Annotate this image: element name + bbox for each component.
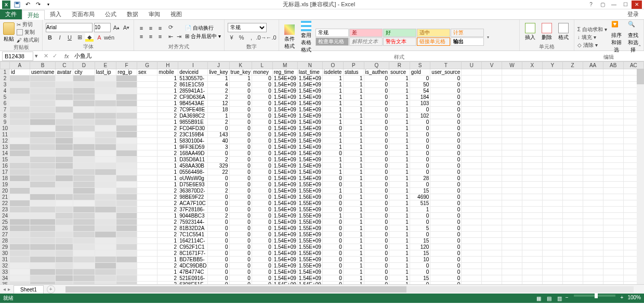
cell-L18[interactable]: 0 (252, 175, 272, 182)
cell-AB13[interactable] (603, 144, 623, 150)
cell-Q5[interactable]: 0 (364, 94, 389, 100)
cell-M20[interactable]: 1.54E+09 (272, 188, 297, 194)
cell-J12[interactable]: 40 (208, 138, 229, 144)
cell-P12[interactable]: 1 (343, 138, 364, 144)
cell-T19[interactable]: 0 (430, 182, 462, 188)
cell-AA7[interactable] (583, 107, 603, 113)
cell-E14[interactable] (95, 150, 116, 157)
cell-AB20[interactable] (603, 188, 623, 194)
cell-V19[interactable] (482, 182, 502, 188)
cell-V1[interactable] (482, 69, 502, 75)
tab-file[interactable]: 文件 (0, 9, 22, 19)
cell-P31[interactable]: 1 (343, 257, 364, 263)
cell-Z9[interactable] (562, 119, 583, 125)
cell-E22[interactable] (95, 200, 116, 207)
row-header-15[interactable]: 15 (1, 157, 10, 163)
cell-W21[interactable] (502, 194, 522, 200)
cell-D29[interactable] (73, 244, 95, 250)
cell-U10[interactable] (462, 125, 482, 132)
add-sheet-button[interactable]: + (47, 285, 55, 294)
cell-E11[interactable] (95, 132, 116, 138)
cell-V8[interactable] (482, 113, 502, 119)
cell-M6[interactable]: 1.54E+09 (272, 100, 297, 107)
cell-AB17[interactable] (603, 169, 623, 175)
cell-U8[interactable] (462, 113, 482, 119)
cell-O26[interactable]: 0 (322, 225, 343, 232)
cell-AB35[interactable] (603, 282, 623, 285)
cell-K11[interactable]: 0 (229, 132, 252, 138)
cell-P32[interactable]: 1 (343, 263, 364, 269)
cell-M2[interactable]: 1.54E+09 (272, 75, 297, 82)
cell-Z13[interactable] (562, 144, 583, 150)
insert-cells-button[interactable]: 插入 (523, 23, 537, 41)
cell-C11[interactable] (56, 132, 73, 138)
cell-A28[interactable] (9, 238, 30, 244)
cell-J19[interactable]: 0 (208, 182, 229, 188)
cell-H5[interactable]: 2 (157, 94, 178, 100)
cell-O15[interactable]: 1 (322, 157, 343, 163)
cell-O33[interactable]: 0 (322, 269, 343, 275)
cell-M12[interactable]: 1.54E+09 (272, 138, 297, 144)
cell-Q7[interactable]: 0 (364, 107, 389, 113)
cell-AB26[interactable] (603, 225, 623, 232)
cell-G13[interactable] (137, 144, 157, 150)
cell-C31[interactable] (56, 257, 73, 263)
cell-M34[interactable]: 1.54E+09 (272, 275, 297, 282)
cell-J16[interactable]: 329 (208, 163, 229, 169)
cell-M7[interactable]: 1.54E+09 (272, 107, 297, 113)
cell-O20[interactable]: 1 (322, 188, 343, 194)
cell-C33[interactable] (56, 269, 73, 275)
align-top-icon[interactable]: ≡ (137, 24, 146, 32)
cell-D34[interactable] (73, 275, 95, 282)
cell-W30[interactable] (502, 250, 522, 257)
cell-B25[interactable] (30, 219, 55, 225)
comma-icon[interactable]: , (247, 33, 256, 42)
cell-P20[interactable]: 1 (343, 188, 364, 194)
increase-decimal-icon[interactable]: .0→ (257, 33, 266, 42)
cell-H14[interactable]: 2 (157, 150, 178, 157)
cell-X23[interactable] (522, 207, 543, 213)
cell-S16[interactable]: 0 (410, 163, 430, 169)
cell-T20[interactable]: 0 (430, 188, 462, 194)
cell-F14[interactable] (116, 150, 137, 157)
cell-Z15[interactable] (562, 157, 583, 163)
cell-V5[interactable] (482, 94, 502, 100)
cell-Q12[interactable]: 0 (364, 138, 389, 144)
align-middle-icon[interactable]: ≡ (147, 24, 155, 32)
cell-L27[interactable]: 0 (252, 232, 272, 238)
cell-S13[interactable]: 0 (410, 144, 430, 150)
cell-C24[interactable] (56, 213, 73, 219)
cell-G15[interactable] (137, 157, 157, 163)
maximize-icon[interactable]: ☐ (620, 1, 630, 9)
cell-S27[interactable]: 0 (410, 232, 430, 238)
cell-G2[interactable] (137, 75, 157, 82)
cell-G27[interactable] (137, 232, 157, 238)
row-header-22[interactable]: 22 (1, 200, 10, 207)
cell-M9[interactable]: 1.54E+09 (272, 119, 297, 125)
cell-E24[interactable] (95, 213, 116, 219)
increase-font-icon[interactable]: A▴ (112, 23, 121, 32)
cell-S22[interactable]: 515 (410, 200, 430, 207)
cell-C30[interactable] (56, 250, 73, 257)
cell-B23[interactable] (30, 207, 55, 213)
delete-cells-button[interactable]: 删除 (540, 23, 554, 41)
cell-K27[interactable]: 0 (229, 232, 252, 238)
cell-D24[interactable] (73, 213, 95, 219)
cell-F9[interactable] (116, 119, 137, 125)
cell-J27[interactable]: 0 (208, 232, 229, 238)
cell-H3[interactable]: 2 (157, 82, 178, 88)
cell-Z10[interactable] (562, 125, 583, 132)
cell-L17[interactable]: 0 (252, 169, 272, 175)
cell-B9[interactable] (30, 119, 55, 125)
cell-B4[interactable] (30, 88, 55, 94)
cell-R8[interactable]: 1 (389, 113, 410, 119)
cell-O10[interactable]: 0 (322, 125, 343, 132)
cell-V29[interactable] (482, 244, 502, 250)
cell-M25[interactable]: 1.54E+09 (272, 219, 297, 225)
cell-L16[interactable]: 0 (252, 163, 272, 169)
cell-N18[interactable]: 1.54E+09 (297, 175, 322, 182)
cell-Q28[interactable]: 0 (364, 238, 389, 244)
cell-Z3[interactable] (562, 82, 583, 88)
cell-O27[interactable]: 0 (322, 232, 343, 238)
cell-Q35[interactable]: 0 (364, 282, 389, 285)
